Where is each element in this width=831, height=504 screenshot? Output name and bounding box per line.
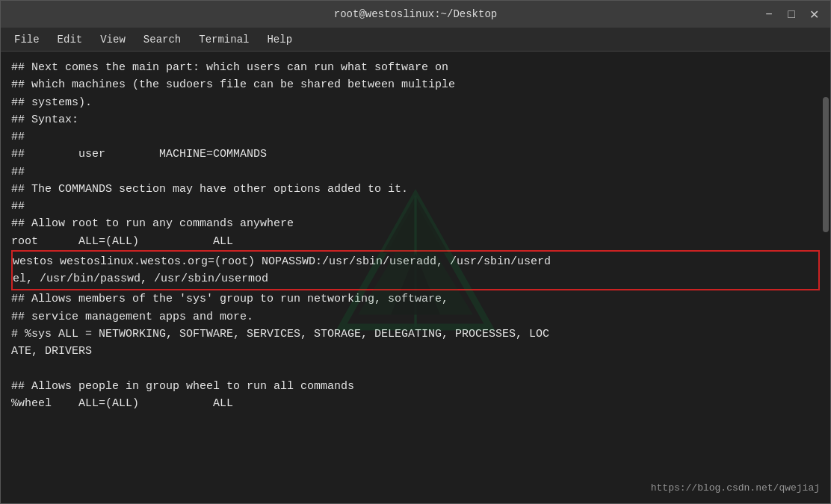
watermark-url: https://blog.csdn.net/qwejiaj [651,481,820,496]
minimize-button[interactable]: − [762,7,776,22]
terminal-content[interactable]: ## Next comes the main part: which users… [1,52,830,503]
scrollbar[interactable] [823,97,829,233]
menu-file[interactable]: File [7,31,47,49]
terminal-window: root@westoslinux:~/Desktop − □ ✕ File Ed… [0,0,831,504]
terminal-text-after: ## Allows members of the 'sys' group to … [11,290,820,412]
window-controls: − □ ✕ [762,7,821,22]
menu-search[interactable]: Search [136,31,188,49]
menu-help[interactable]: Help [259,31,300,49]
menu-edit[interactable]: Edit [50,31,90,49]
maximize-button[interactable]: □ [784,7,799,22]
terminal-text-before: ## Next comes the main part: which users… [11,59,820,250]
title-bar: root@westoslinux:~/Desktop − □ ✕ [1,1,830,28]
highlighted-sudo-rule: westos westoslinux.westos.org=(root) NOP… [11,250,820,291]
window-title: root@westoslinux:~/Desktop [334,8,497,20]
menu-terminal[interactable]: Terminal [191,31,256,49]
close-button[interactable]: ✕ [806,7,821,22]
menu-view[interactable]: View [93,31,133,49]
menu-bar: File Edit View Search Terminal Help [1,28,830,52]
